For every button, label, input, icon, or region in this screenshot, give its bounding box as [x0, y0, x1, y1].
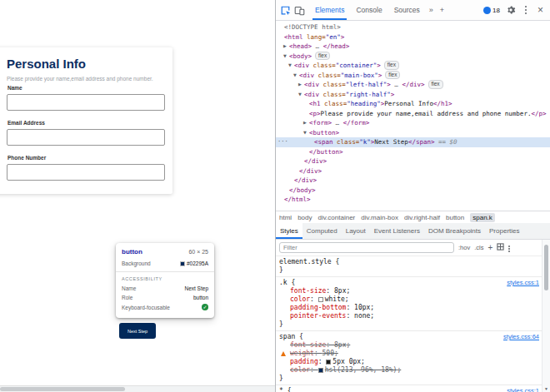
flex-badge[interactable]: flex: [384, 61, 399, 70]
breadcrumb-item-div-main-box[interactable]: div.main-box: [361, 214, 398, 221]
flex-badge[interactable]: flex: [315, 52, 330, 61]
color-swatch-icon[interactable]: [318, 368, 323, 373]
dom-tree-line[interactable]: </div>: [276, 176, 550, 186]
settings-gear-icon[interactable]: [503, 3, 518, 17]
rule-selector[interactable]: span {: [279, 333, 542, 341]
dom-tree-line[interactable]: </div>: [276, 156, 550, 166]
dom-tree-line[interactable]: ▶<head> … </head>: [276, 42, 550, 52]
tab-elements[interactable]: Elements: [309, 0, 350, 20]
vertical-scrollbar[interactable]: ▼: [542, 240, 550, 392]
dom-tree-line[interactable]: ▼<div class="main-box">flex: [276, 71, 550, 81]
email-address-input[interactable]: [7, 129, 165, 146]
dom-tree-line[interactable]: ▼<button>: [276, 128, 550, 138]
dom-tree-line[interactable]: </html>: [276, 195, 550, 205]
add-panel-icon[interactable]: +: [437, 6, 448, 14]
dom-tree-line[interactable]: ▶<div class="left-half"> … </div>flex: [276, 80, 550, 90]
more-tabs-icon[interactable]: »: [426, 6, 437, 14]
new-style-rule-icon[interactable]: +: [488, 243, 492, 252]
open-brace: {: [288, 279, 296, 286]
expand-arrow-icon[interactable]: ▼: [283, 52, 289, 62]
flex-badge[interactable]: flex: [428, 80, 443, 89]
node-options-icon[interactable]: ···: [278, 137, 288, 147]
selector-text: element.style: [279, 258, 332, 265]
expand-arrow-icon[interactable]: ▼: [293, 71, 299, 81]
css-property[interactable]: pointer-events: none;: [279, 312, 542, 320]
device-toolbar-icon[interactable]: [292, 3, 307, 17]
phone-number-input[interactable]: [7, 164, 165, 181]
dom-tree-line[interactable]: </button>: [276, 147, 550, 157]
stylesheet-link[interactable]: styles.css:1: [507, 279, 539, 287]
stylesheet-link[interactable]: styles.css:1: [507, 387, 539, 392]
breadcrumb-item-button[interactable]: button: [446, 214, 464, 221]
closing-brace: }: [279, 320, 542, 329]
horizontal-scrollbar-thumb[interactable]: [0, 387, 125, 391]
expand-arrow-icon[interactable]: ▶: [303, 118, 309, 128]
code-token: "right-half": [346, 91, 391, 98]
tab-styles[interactable]: Styles: [276, 223, 302, 239]
code-token: <div: [294, 62, 309, 69]
dom-tree-line[interactable]: ▼<div class="container">flex: [276, 61, 550, 71]
close-icon[interactable]: ×: [533, 3, 548, 17]
horizontal-scrollbar[interactable]: [0, 385, 275, 392]
breadcrumb-item-span-k[interactable]: span.k: [470, 213, 495, 222]
tab-sources[interactable]: Sources: [388, 0, 426, 20]
tab-layout[interactable]: Layout: [342, 223, 370, 239]
color-swatch-icon[interactable]: [326, 360, 331, 365]
pseudo-state-toggle[interactable]: :hov: [458, 244, 470, 251]
dom-tree-line[interactable]: <h1 class="heading">Personal Info</h1>: [276, 99, 550, 109]
tab-dom-breakpoints[interactable]: DOM Breakpoints: [424, 223, 485, 239]
property-value: 8px: [334, 287, 346, 295]
breadcrumb-item-html[interactable]: html: [279, 214, 292, 221]
grid-icon[interactable]: [497, 243, 504, 252]
rule-selector[interactable]: element.style {: [279, 258, 542, 266]
dom-tree-line[interactable]: ···<span class="k">Next Step</span> == $…: [276, 137, 550, 147]
css-property[interactable]: color: hsl(213, 96%, 18%);: [279, 366, 542, 375]
dom-tree-line[interactable]: </div>: [276, 166, 550, 176]
css-property[interactable]: font-size: 8px;: [279, 341, 542, 350]
expand-arrow-icon[interactable]: ▶: [283, 42, 289, 52]
color-swatch-icon[interactable]: [318, 297, 323, 302]
flex-badge[interactable]: flex: [385, 71, 400, 80]
stylesheet-link[interactable]: styles.css:64: [503, 333, 539, 341]
next-step-button[interactable]: Next Step: [119, 323, 156, 339]
tab-console[interactable]: Console: [350, 0, 388, 20]
breadcrumb-item-body[interactable]: body: [298, 214, 312, 221]
code-token: </html>: [284, 196, 311, 203]
css-property[interactable]: padding-bottom: 10px;: [279, 304, 542, 312]
semicolon: ;: [346, 287, 350, 295]
rule-selector[interactable]: * {: [279, 387, 542, 392]
expand-arrow-icon[interactable]: ▼: [288, 61, 294, 71]
scroll-down-icon[interactable]: ▼: [542, 386, 550, 391]
css-property[interactable]: font-size: 8px;: [279, 287, 542, 295]
styles-filter-input[interactable]: [279, 242, 454, 253]
expand-arrow-icon[interactable]: ▼: [303, 128, 309, 138]
dom-tree-line[interactable]: <p>Please provide your name,email addres…: [276, 109, 550, 119]
expand-arrow-icon[interactable]: ▶: [298, 80, 304, 90]
dom-tree-line[interactable]: ▼<div class="right-half">: [276, 90, 550, 100]
breadcrumb-item-div-right-half[interactable]: div.right-half: [404, 214, 440, 221]
dom-tree-line[interactable]: <html lang="en">: [276, 32, 550, 42]
tab-event-listeners[interactable]: Event Listeners: [370, 223, 424, 239]
code-token: …: [312, 42, 323, 50]
rule-selector[interactable]: .k {: [279, 279, 542, 287]
property-name: padding: [290, 358, 318, 365]
inspect-element-icon[interactable]: [278, 3, 292, 17]
expand-arrow-icon[interactable]: ▼: [298, 90, 304, 100]
vertical-scrollbar-thumb[interactable]: [544, 245, 548, 290]
dom-tree-line[interactable]: ▼<body>flex: [276, 52, 550, 62]
styles-more-options-icon[interactable]: [508, 244, 510, 251]
issues-badge[interactable]: 18: [483, 7, 500, 14]
breadcrumb-item-div-container[interactable]: div.container: [318, 214, 355, 221]
css-property[interactable]: color: white;: [279, 295, 542, 304]
dom-tree-line[interactable]: <!DOCTYPE html>: [276, 22, 550, 32]
code-token: >: [391, 91, 395, 98]
more-options-icon[interactable]: [518, 3, 532, 17]
tab-computed[interactable]: Computed: [302, 223, 342, 239]
element-class-toggle[interactable]: .cls: [474, 244, 483, 251]
css-property[interactable]: padding: 5px 0px;: [279, 358, 542, 366]
css-property[interactable]: weight: 500;: [279, 350, 542, 358]
name-input[interactable]: [7, 94, 165, 111]
tab-properties[interactable]: Properties: [485, 223, 523, 239]
dom-tree-line[interactable]: </body>: [276, 186, 550, 196]
dom-tree-line[interactable]: ▶<form> … </form>: [276, 118, 550, 128]
